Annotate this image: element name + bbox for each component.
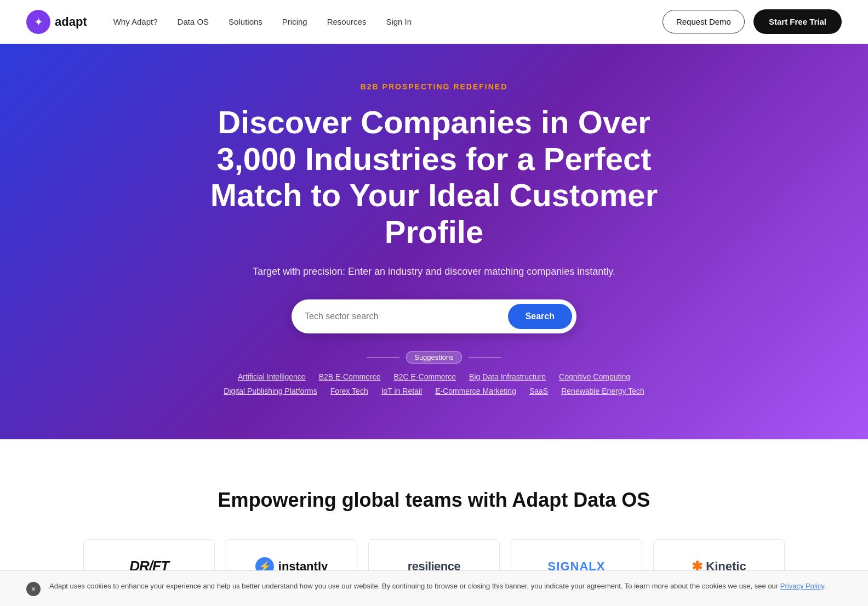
privacy-policy-link[interactable]: Privacy Policy [780, 582, 824, 590]
hero-subtitle: Target with precision: Enter an industry… [253, 266, 615, 277]
suggestion-digital-publishing[interactable]: Digital Publishing Platforms [224, 387, 317, 395]
logo-text: adapt [55, 15, 87, 29]
suggestion-saas[interactable]: SaaS [529, 387, 548, 395]
nav-data-os[interactable]: Data OS [178, 17, 209, 26]
start-trial-button[interactable]: Start Free Trial [753, 9, 842, 34]
search-bar: Search [292, 299, 576, 333]
suggestion-cognitive-computing[interactable]: Cognitive Computing [559, 372, 630, 381]
suggestions-row: Artificial Intelligence B2B E-Commerce B… [187, 372, 681, 395]
hero-eyebrow: B2B PROSPECTING REDEFINED [361, 82, 508, 91]
nav-pricing[interactable]: Pricing [282, 17, 307, 26]
navbar: ✦ adapt Why Adapt? Data OS Solutions Pri… [0, 0, 868, 44]
nav-sign-in[interactable]: Sign In [386, 17, 412, 26]
suggestions-label: Suggestions [367, 351, 501, 364]
hero-section: B2B PROSPECTING REDEFINED Discover Compa… [0, 44, 868, 439]
suggestion-big-data[interactable]: Big Data Infrastructure [469, 372, 546, 381]
navbar-actions: Request Demo Start Free Trial [663, 9, 842, 34]
search-button[interactable]: Search [508, 304, 572, 329]
suggestion-artificial-intelligence[interactable]: Artificial Intelligence [238, 372, 306, 381]
nav-why-adapt[interactable]: Why Adapt? [113, 17, 158, 26]
empowering-title: Empowering global teams with Adapt Data … [26, 489, 842, 512]
cookie-banner: × Adapt uses cookies to enhance your exp… [0, 570, 868, 606]
cookie-text: Adapt uses cookies to enhance your exper… [49, 581, 842, 592]
navbar-nav: Why Adapt? Data OS Solutions Pricing Res… [113, 17, 663, 26]
nav-solutions[interactable]: Solutions [229, 17, 262, 26]
suggestion-forex-tech[interactable]: Forex Tech [330, 387, 368, 395]
navbar-logo[interactable]: ✦ adapt [26, 10, 87, 34]
suggestion-renewable-energy[interactable]: Renewable Energy Tech [561, 387, 644, 395]
nav-resources[interactable]: Resources [327, 17, 367, 26]
cookie-message: Adapt uses cookies to enhance your exper… [49, 582, 780, 590]
logo-icon: ✦ [26, 10, 50, 34]
search-input[interactable] [305, 312, 508, 321]
suggestion-b2b-ecommerce[interactable]: B2B E-Commerce [319, 372, 381, 381]
cookie-close-button[interactable]: × [26, 582, 41, 596]
suggestion-ecommerce-marketing[interactable]: E-Commerce Marketing [435, 387, 516, 395]
request-demo-button[interactable]: Request Demo [663, 10, 745, 33]
hero-title: Discover Companies in Over 3,000 Industr… [187, 104, 681, 251]
suggestion-b2c-ecommerce[interactable]: B2C E-Commerce [393, 372, 456, 381]
suggestions-badge: Suggestions [406, 351, 462, 364]
suggestion-iot-retail[interactable]: IoT in Retail [381, 387, 422, 395]
